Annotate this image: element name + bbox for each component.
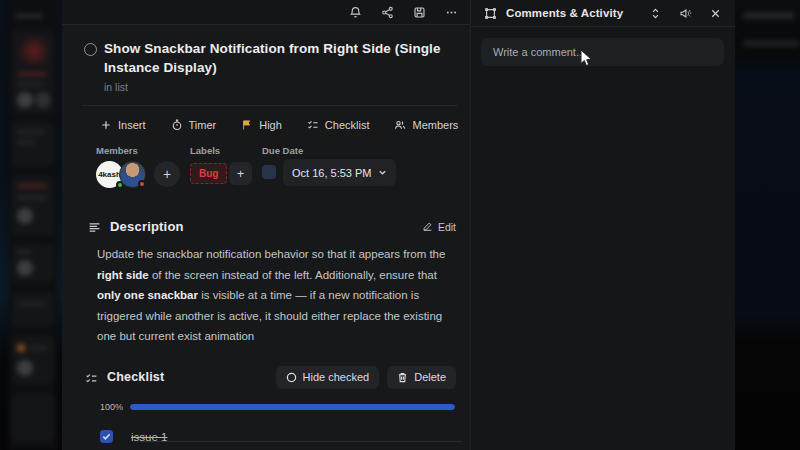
checklist-progress: 100% bbox=[100, 402, 455, 412]
chevron-down-icon bbox=[378, 168, 387, 177]
member-avatar-2[interactable] bbox=[119, 161, 146, 188]
checklist-button[interactable]: Checklist bbox=[307, 119, 370, 131]
card-title: Show Snackbar Notification from Right Si… bbox=[104, 39, 454, 77]
checklist-header: Checklist Hide checked Delete bbox=[85, 366, 456, 389]
progress-bar bbox=[130, 404, 455, 410]
plus-icon bbox=[100, 119, 112, 131]
due-date-checkbox[interactable] bbox=[262, 165, 276, 179]
label-bug[interactable]: Bug bbox=[190, 163, 227, 184]
divider bbox=[140, 441, 462, 442]
description-title: Description bbox=[110, 219, 184, 234]
trash-icon bbox=[397, 372, 408, 383]
due-date-field-label: Due Date bbox=[262, 145, 303, 156]
comments-activity-panel: Comments & Activity Write a comment... bbox=[470, 0, 735, 450]
blurred-board-column bbox=[9, 0, 57, 450]
check-icon bbox=[102, 432, 111, 441]
insert-button[interactable]: Insert bbox=[100, 119, 146, 131]
close-icon[interactable] bbox=[709, 7, 722, 20]
hide-checked-button[interactable]: Hide checked bbox=[276, 366, 380, 389]
card-toolbar bbox=[62, 0, 470, 25]
comments-title: Comments & Activity bbox=[506, 7, 623, 19]
members-field-label: Members bbox=[96, 145, 138, 156]
members-button[interactable]: Members bbox=[394, 119, 458, 131]
labels-field-label: Labels bbox=[190, 145, 220, 156]
card-fields-row: Members 4kash + Labels Bug + Due Date Oc… bbox=[62, 145, 470, 203]
busy-status-dot bbox=[138, 180, 146, 188]
board-backdrop-right bbox=[735, 0, 800, 450]
delete-checklist-button[interactable]: Delete bbox=[387, 366, 456, 389]
more-options-icon[interactable] bbox=[445, 6, 458, 19]
circle-icon bbox=[286, 372, 297, 383]
members-icon bbox=[394, 119, 406, 131]
edit-icon bbox=[422, 221, 433, 232]
description-header: Description Edit bbox=[88, 219, 456, 234]
checklist-icon bbox=[307, 119, 319, 131]
comment-input[interactable]: Write a comment... bbox=[481, 38, 724, 66]
sort-icon[interactable] bbox=[649, 7, 662, 20]
priority-high-button[interactable]: High bbox=[241, 119, 282, 131]
checklist-icon bbox=[85, 371, 98, 384]
checklist-title: Checklist bbox=[107, 370, 164, 384]
app-window: Show Snackbar Notification from Right Si… bbox=[0, 0, 800, 450]
checklist-item: issue 1 bbox=[100, 428, 470, 446]
progress-percent: 100% bbox=[100, 402, 130, 412]
quick-actions-row: Insert Timer High Checklist Members bbox=[100, 119, 470, 131]
board-backdrop-left bbox=[0, 0, 62, 450]
card-detail-panel: Show Snackbar Notification from Right Si… bbox=[62, 0, 470, 450]
card-subtitle: in list bbox=[104, 81, 470, 93]
save-icon[interactable] bbox=[413, 6, 426, 19]
comments-header: Comments & Activity bbox=[471, 0, 735, 27]
checklist-progress-fill bbox=[130, 404, 455, 410]
timer-button[interactable]: Timer bbox=[171, 119, 217, 131]
frame-icon bbox=[484, 7, 497, 20]
blurred-red-glow bbox=[15, 36, 53, 66]
add-member-button[interactable]: + bbox=[154, 161, 180, 187]
flag-icon bbox=[241, 119, 253, 131]
timer-icon bbox=[171, 119, 183, 131]
description-text: Update the snackbar notification behavio… bbox=[97, 244, 454, 347]
item-checkbox[interactable] bbox=[100, 430, 113, 443]
due-date-button[interactable]: Oct 16, 5:53 PM bbox=[283, 159, 396, 186]
edit-description-button[interactable]: Edit bbox=[422, 221, 456, 233]
task-status-circle[interactable] bbox=[84, 43, 97, 56]
divider bbox=[82, 105, 458, 106]
align-left-icon bbox=[88, 220, 101, 233]
bell-icon[interactable] bbox=[349, 6, 362, 19]
megaphone-icon[interactable] bbox=[679, 7, 692, 20]
add-label-button[interactable]: + bbox=[229, 162, 252, 185]
share-icon[interactable] bbox=[381, 6, 394, 19]
